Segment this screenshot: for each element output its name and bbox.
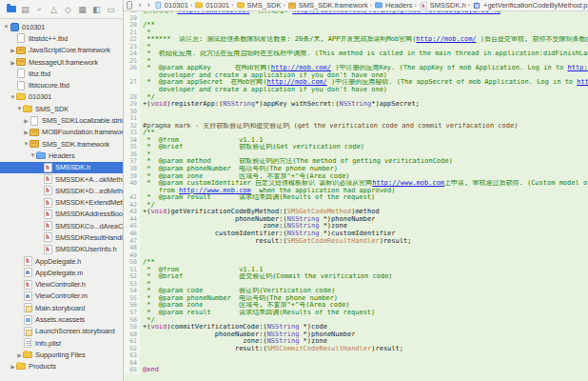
navigator-tab-bar: ▤⌕△◇▦◧▭ bbox=[0, 0, 123, 19]
file-tree-item-smssdk-h[interactable]: hSMSSDK.h bbox=[0, 162, 123, 173]
disclosure-triangle-icon[interactable]: ▼ bbox=[16, 106, 23, 111]
code-line-60: 60 phoneNumber:(NSString *)phoneNumber bbox=[124, 331, 588, 339]
framework-toolbox-icon bbox=[29, 140, 39, 149]
file-tree-item-sms-sdklocalizable-strings[interactable]: ▶SMS_SDKLocalizable.strings bbox=[0, 114, 123, 126]
file-tree-item-smssdkuserinfo-h[interactable]: hSMSSDKUserInfo.h bbox=[0, 244, 123, 255]
file-label: SMSSDKCo...dAreaCode.h bbox=[55, 222, 123, 231]
file-tree-item-messageui-framework[interactable]: ▶MessageUI.framework bbox=[0, 56, 123, 68]
file-tree-item-smssdk-d-edmethods-h[interactable]: hSMSSDK+D...edMethods.h bbox=[0, 185, 123, 196]
file-tree-item-smssdk-extendmethods-h[interactable]: hSMSSDK+ExtendMethods.h bbox=[0, 196, 123, 208]
code-text: * bbox=[140, 58, 150, 66]
breadcrumb-item[interactable]: Headers bbox=[374, 1, 412, 10]
file-tree-item-assets-xcassets[interactable]: Assets.xcassets bbox=[0, 313, 123, 325]
file-tree-item-sms-sdk-framework[interactable]: ▼SMS_SDK.framework bbox=[0, 138, 123, 150]
project-doc-icon bbox=[154, 2, 162, 9]
file-tree-item-viewcontroller-h[interactable]: hViewController.h bbox=[0, 279, 123, 291]
header-file-icon: h bbox=[23, 280, 32, 289]
file-tree-item-launchscreen-storyboard[interactable]: LaunchScreen.storyboard bbox=[0, 326, 123, 337]
disclosure-triangle-icon[interactable]: ▶ bbox=[10, 363, 16, 370]
code-text: developer and create a application if yo… bbox=[140, 72, 387, 80]
file-label: Supporting Files bbox=[35, 351, 86, 359]
breadcrumb-item[interactable]: SMS_SDK.framework bbox=[287, 1, 368, 10]
back-button[interactable]: ‹ bbox=[136, 1, 145, 10]
framework-toolbox-icon bbox=[16, 46, 26, 54]
breakpoint-navigator-icon[interactable]: ◧ bbox=[89, 3, 104, 16]
editor-pane: ∷‹›010301›010301›SMS_SDK›SMS_SDK.framewo… bbox=[124, 0, 588, 381]
file-tree-item-appdelegate-h[interactable]: hAppDelegate.h bbox=[0, 255, 123, 267]
symbol-navigator-icon[interactable]: ▤ bbox=[18, 3, 32, 16]
file-tree-item-headers[interactable]: ▼Headers bbox=[0, 150, 123, 161]
disclosure-triangle-icon[interactable]: ▶ bbox=[16, 351, 23, 358]
breadcrumb-separator: › bbox=[190, 2, 192, 9]
file-tree-item-sms-sdk[interactable]: ▼SMS_SDK bbox=[0, 103, 123, 114]
code-line-22: 22 ****** 请注意: 测试短信条数限制发送数量: 20条/天, APP开… bbox=[124, 36, 588, 44]
file-tree-item-libicucore-tbd[interactable]: libicucore.tbd bbox=[0, 79, 123, 90]
code-text bbox=[140, 245, 143, 252]
file-tree-item-supporting-files[interactable]: ▶Supporting Files bbox=[0, 349, 123, 360]
file-tree-item-libz-tbd[interactable]: libz.tbd bbox=[0, 68, 123, 79]
disclosure-triangle-icon[interactable]: ▼ bbox=[3, 24, 10, 30]
framework-toolbox-icon bbox=[29, 128, 39, 136]
file-tree-item-010301[interactable]: ▼010301 bbox=[0, 91, 123, 103]
file-tree-item-info-plist[interactable]: Info.plist bbox=[0, 337, 123, 349]
source-code-area[interactable]: 18官方网址: http://www.mob.com 官方论坛: http://… bbox=[124, 11, 588, 381]
breadcrumb-item[interactable]: 010301 bbox=[194, 1, 229, 10]
disclosure-triangle-icon[interactable]: ▼ bbox=[23, 141, 29, 147]
breadcrumb-label: Headers bbox=[385, 1, 412, 10]
file-tree-item-main-storyboard[interactable]: Main.storyboard bbox=[0, 302, 123, 313]
file-tree-item-mobfoundation-framework[interactable]: ▶MOBFoundation.framework bbox=[0, 127, 123, 138]
jump-bar: ∷‹›010301›010301›SMS_SDK›SMS_SDK.framewo… bbox=[124, 0, 588, 11]
file-tree-item-010301[interactable]: ▼010301 bbox=[0, 21, 123, 32]
file-tree-item-products[interactable]: ▶Products bbox=[0, 361, 123, 372]
disclosure-triangle-icon[interactable]: ▼ bbox=[10, 94, 16, 100]
find-navigator-icon[interactable]: ⌕ bbox=[32, 3, 47, 16]
breadcrumb-item[interactable]: M+getVerificationCodeByMethod:phoneNumbe… bbox=[472, 1, 588, 10]
file-tree-item-smssdkresulthandlerdef-h[interactable]: hSMSSDKResultHandlerDef.h bbox=[0, 231, 123, 243]
project-navigator-icon[interactable] bbox=[4, 3, 18, 16]
file-tree-item-libstdc-tbd[interactable]: libstdc++.tbd bbox=[0, 32, 123, 44]
file-tree-item-smssdkco-dareacode-h[interactable]: hSMSSDKCo...dAreaCode.h bbox=[0, 220, 123, 231]
code-text: */ bbox=[140, 202, 155, 210]
code-line-57: 57 * @param result 请求结果回调(Results of the… bbox=[124, 310, 588, 317]
code-text: * @brief 提交验证码(Commit the verification c… bbox=[140, 273, 393, 281]
debug-navigator-icon[interactable]: ▦ bbox=[75, 3, 89, 16]
code-text: zone:(NSString *)zone bbox=[140, 223, 347, 231]
forward-button[interactable]: › bbox=[145, 1, 153, 10]
breadcrumb-item[interactable]: 010301 bbox=[153, 1, 188, 10]
code-text: developer and create a application if yo… bbox=[140, 87, 387, 94]
file-tree-item-smssdk-a-okmethods-h[interactable]: hSMSSDK+A...okMethods.h bbox=[0, 173, 123, 185]
breadcrumb-separator: › bbox=[370, 2, 372, 9]
document-icon bbox=[29, 116, 39, 125]
disclosure-triangle-icon[interactable]: ▶ bbox=[23, 117, 29, 124]
header-file-icon: h bbox=[420, 2, 427, 9]
code-text: * @param customIdentifier 自定义短信模板标识 该标识必… bbox=[140, 180, 588, 188]
breadcrumb-item[interactable]: SMS_SDK bbox=[236, 1, 282, 10]
header-file-icon: h bbox=[43, 175, 52, 184]
code-text: +(void)getVerificationCodeByMethod:(SMSG… bbox=[140, 209, 380, 216]
header-file-icon: h bbox=[43, 198, 52, 207]
header-file-icon: h bbox=[43, 233, 52, 242]
file-tree-item-appdelegate-m[interactable]: mAppDelegate.m bbox=[0, 267, 123, 278]
disclosure-triangle-icon[interactable]: ▼ bbox=[29, 152, 36, 158]
code-line-20: 20/** bbox=[124, 22, 588, 30]
file-label: SMSSDK+A...okMethods.h bbox=[55, 175, 123, 184]
file-tree-item-viewcontroller-m[interactable]: mViewController.m bbox=[0, 291, 123, 302]
test-navigator-icon[interactable]: ◇ bbox=[61, 3, 75, 16]
code-text: * @param method 获取验证码的方法(The method of g… bbox=[140, 158, 453, 166]
disclosure-triangle-icon[interactable]: ▶ bbox=[10, 47, 16, 53]
code-line-35: 35 * @brief 获取验证码(Get verification code) bbox=[124, 144, 588, 151]
report-navigator-icon[interactable]: ▭ bbox=[104, 3, 118, 16]
issue-navigator-icon[interactable]: △ bbox=[47, 3, 61, 16]
code-line-52: 52 * @brief 提交验证码(Commit the verificatio… bbox=[124, 273, 588, 281]
breadcrumb-item[interactable]: hSMSSDK.h bbox=[419, 1, 466, 10]
code-text: * bbox=[140, 30, 150, 37]
file-tree-item-smssdkaddressbook-h[interactable]: hSMSSDKAddressBook.h bbox=[0, 209, 123, 220]
framework-toolbox-icon bbox=[16, 58, 26, 67]
disclosure-triangle-icon[interactable]: ▶ bbox=[10, 59, 16, 66]
folder-icon bbox=[195, 2, 203, 9]
code-text bbox=[140, 15, 143, 23]
related-items-icon[interactable]: ∷ bbox=[127, 1, 132, 10]
file-tree-item-javascriptcore-framework[interactable]: ▶JavaScriptCore.framework bbox=[0, 45, 123, 56]
file-label: SMS_SDK.framework bbox=[42, 140, 109, 149]
disclosure-triangle-icon[interactable]: ▶ bbox=[23, 129, 29, 135]
